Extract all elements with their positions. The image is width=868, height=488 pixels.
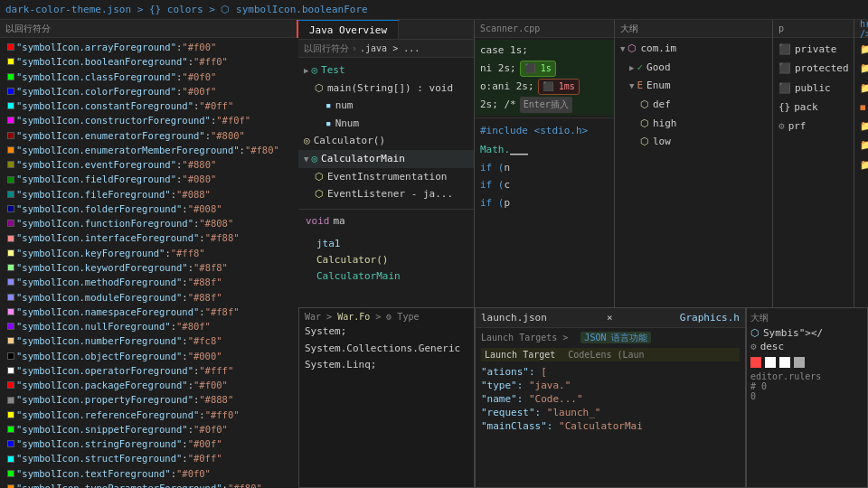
java-breadcrumb: 以回行符分 › .java > ... [298, 40, 474, 58]
war-breadcrumb: War > War.Fo > ⚙ Type [305, 312, 468, 322]
java-tab[interactable]: Java Overview [298, 20, 399, 39]
color-swatch [7, 73, 14, 80]
json-line: "symbolIcon.enumeratorForeground": "#800… [0, 128, 298, 143]
color-swatch [7, 58, 14, 65]
file-list[interactable]: 📁 css/ 📁 html/ 📁 images/ ◼ [854, 38, 868, 176]
access-item-pack[interactable]: {} pack [773, 98, 854, 117]
java-tab-bar: Java Overview [298, 20, 474, 40]
json-editor[interactable]: "symbolIcon.arrayForeground": "#f00""sym… [0, 38, 298, 488]
debug-item-desc: ⚙ desc [750, 340, 863, 353]
json-line: "symbolIcon.stringForeground": "#00f" [0, 436, 298, 451]
color-swatch [7, 294, 14, 301]
outline-item-low[interactable]: ⬡ low [615, 133, 772, 152]
color-swatch [7, 249, 14, 257]
outline-item-com[interactable]: ⬡ com.im [615, 40, 772, 59]
json-line: "symbolIcon.keyForeground": "#ff8" [0, 246, 298, 260]
outline-item-high[interactable]: ⬡ high [615, 115, 772, 134]
file-item-web[interactable]: 📁 WEB-INF/ [854, 155, 868, 174]
launch-target-item[interactable]: Launch Target CodeLens (Laun [481, 348, 740, 361]
outline-item-test[interactable]: ◎ Test [298, 61, 474, 80]
json-line: "symbolIcon.fileForeground": "#088" [0, 187, 298, 202]
access-item-prf[interactable]: ⚙ prf [773, 117, 854, 136]
json-line: "symbolIcon.propertyForeground": "#888" [0, 392, 298, 407]
code-line-empty [298, 229, 474, 236]
launch-json-line: "request": "launch_" [481, 406, 740, 419]
outline-item-num[interactable]: ▪ num [298, 97, 474, 115]
code-line-calc: Calculator() [298, 252, 474, 268]
launch-json-line: "mainClass": "CalculatorMai [481, 419, 740, 433]
outline-item-def[interactable]: ⬡ def [615, 96, 772, 115]
color-swatch [7, 411, 14, 418]
access-item-private[interactable]: ⬛ private [773, 40, 854, 59]
file-item-js[interactable]: 📁 js/ [854, 117, 868, 136]
code-line: void ma [298, 213, 474, 230]
swatch-gray [794, 357, 805, 368]
json-line: "symbolIcon.arrayForeground": "#f00" [0, 40, 298, 54]
outline-item-enum[interactable]: E Enum [615, 77, 772, 96]
code-line-calcmain: CalculatorMain [298, 268, 474, 285]
case-line-2: ni 2s; ⬛ 1s [480, 60, 609, 78]
json-lang-badge[interactable]: JSON 语言功能 [580, 332, 651, 343]
json-line: "symbolIcon.textForeground": "#0f0" [0, 466, 298, 481]
color-swatch [7, 176, 14, 183]
json-line: "symbolIcon.moduleForeground": "#88f" [0, 290, 298, 305]
outline-item-good[interactable]: ✓ Good [615, 59, 772, 78]
file-item-css[interactable]: 📁 css/ [854, 40, 868, 59]
json-line: "symbolIcon.fieldForeground": "#080" [0, 172, 298, 186]
bottom-panels: War > War.Fo > ⚙ Type System; System.Col… [298, 307, 868, 488]
json-line: "symbolIcon.functionForeground": "#808" [0, 216, 298, 230]
graphics-label: Graphics.h [680, 312, 740, 324]
outline-item-calculatormain[interactable]: ◎ CalculatorMain [298, 150, 474, 168]
file-explorer-header: href="../" /> [854, 20, 868, 38]
json-line: "symbolIcon.methodForeground": "#88f" [0, 275, 298, 289]
color-swatch [7, 367, 14, 374]
color-swatch [7, 191, 14, 198]
json-line: "symbolIcon.operatorForeground": "#fff" [0, 363, 298, 378]
section-divider [475, 117, 614, 118]
outline-item-event-listener[interactable]: ⬡ EventListener - ja... [298, 185, 474, 203]
java-code-section: void ma jta1 Calculator() CalculatorMain [298, 209, 474, 284]
color-swatches [750, 357, 863, 368]
color-swatch [7, 102, 14, 109]
left-panel-header: 以回行符分 [0, 20, 297, 38]
json-line: "symbolIcon.snippetForeground": "#0f0" [0, 422, 298, 436]
color-swatch [7, 117, 14, 124]
color-swatch [7, 88, 14, 95]
json-line: "symbolIcon.enumeratorMemberForeground":… [0, 143, 298, 157]
file-item-index[interactable]: ◼ index.html [854, 98, 868, 117]
color-swatch [7, 455, 14, 463]
file-item-meta[interactable]: 📁 META-INF/ [854, 136, 868, 155]
outline-item-calculator[interactable]: ◎ Calculator() [298, 132, 474, 150]
color-swatch [7, 235, 14, 242]
java-outline-tree: ◎ Test ⬡ main(String[]) : void ▪ num ▪ N… [298, 60, 474, 205]
access-list: ⬛ private ⬛ protected ⬛ public {} [773, 38, 854, 137]
access-item-public[interactable]: ⬛ public [773, 79, 854, 98]
access-header: p [773, 20, 854, 38]
outline-item-event-instrumentation[interactable]: ⬡ EventInstrumentation [298, 168, 474, 186]
case-line-4: 2s; /* Enter插入 [480, 96, 609, 114]
color-swatch [7, 323, 14, 330]
color-swatch [7, 43, 14, 51]
color-swatch [7, 220, 14, 227]
debug-bottom-panel: 大纲 ⬡ Symbis"></ ⚙ desc editor.rulers # 0… [746, 307, 868, 488]
launch-targets-label[interactable]: Launch Targets > JSON 语言功能 [481, 332, 740, 344]
color-swatch [7, 352, 14, 360]
json-line: "symbolIcon.namespaceForeground": "#f8f" [0, 305, 298, 319]
launch-close-btn[interactable]: × [607, 312, 613, 324]
color-swatch [7, 161, 14, 168]
launch-panel: launch.json × Graphics.h Launch Targets … [475, 307, 746, 488]
color-swatch [7, 278, 14, 286]
color-swatch [7, 132, 14, 139]
access-item-protected[interactable]: ⬛ protected [773, 59, 854, 78]
outline-item-nnum[interactable]: ▪ Nnum [298, 115, 474, 133]
launch-json-line: "ations": [ [481, 365, 740, 379]
json-line: "symbolIcon.booleanForeground": "#ff0" [0, 54, 298, 69]
launch-json: "ations": ["type": "java.""name": "Code.… [481, 363, 740, 435]
outline-item-main[interactable]: ⬡ main(String[]) : void [298, 80, 474, 98]
color-swatch [7, 337, 14, 344]
file-item-images[interactable]: 📁 images/ [854, 79, 868, 98]
launch-panel-header: launch.json × Graphics.h [476, 308, 745, 328]
color-swatch [7, 484, 14, 488]
json-line: "symbolIcon.typeParameterForeground": "#… [0, 481, 298, 488]
file-item-html[interactable]: 📁 html/ [854, 59, 868, 78]
